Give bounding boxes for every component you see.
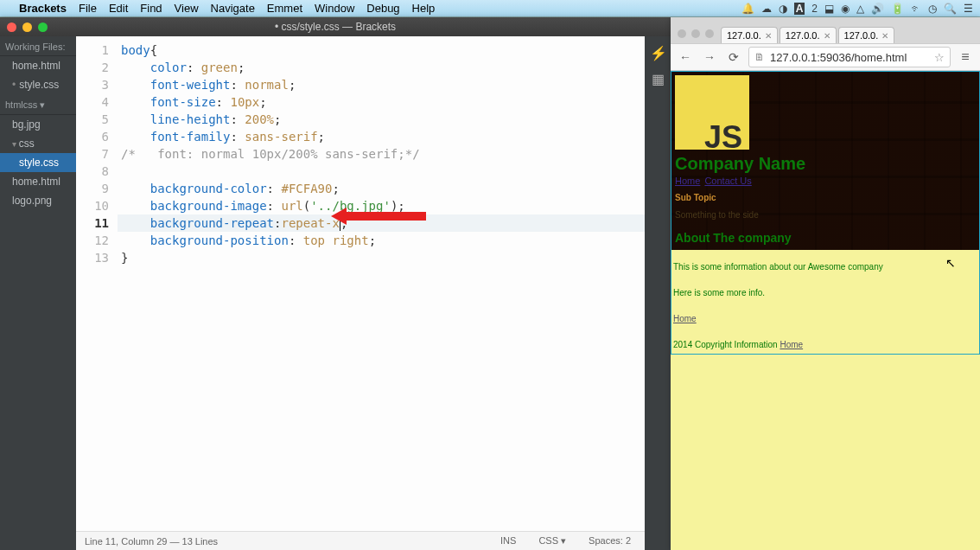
sync-icon[interactable]: ◉ [841,3,850,15]
body-home-link[interactable]: Home [673,314,697,323]
tab-title: 127.0.0. [844,30,879,41]
extensions-icon[interactable]: ▦ [650,71,665,86]
menu-find[interactable]: Find [140,2,162,15]
status-lang[interactable]: CSS ▾ [533,535,571,547]
js-logo: JS [675,75,749,150]
egg-icon[interactable]: ◑ [779,3,787,15]
sidebar: Working Files: home.html style.css htmlc… [0,36,76,550]
tree-home-html[interactable]: home.html [0,172,76,191]
working-file-style[interactable]: style.css [0,75,76,94]
browser-tab-3[interactable]: 127.0.0. ✕ [838,27,895,43]
tree-css-folder[interactable]: css [0,134,76,153]
menu-view[interactable]: View [175,2,199,15]
footer-home-link[interactable]: Home [780,340,803,349]
status-left: Line 11, Column 29 — 13 Lines [85,536,218,547]
code-line[interactable]: background-position: top right; [118,232,645,249]
search-icon[interactable]: 🔍 [944,3,957,15]
working-files-head: Working Files: [0,36,76,56]
dropbox-icon[interactable]: ⬓ [824,3,834,15]
code-line[interactable]: /* font: normal 10px/200% sans-serif;*/ [118,145,645,163]
info-p2: Here is some more info. [673,285,977,302]
adobe-count: 2 [811,3,818,15]
chrome-tabstrip: 127.0.0. ✕ 127.0.0. ✕ 127.0.0. ✕ [671,17,980,43]
menu-navigate[interactable]: Navigate [211,2,255,15]
reload-button[interactable]: ⟳ [724,48,743,67]
chrome-close-button[interactable] [678,29,686,38]
info-p1: This is some information about our Aweso… [673,259,977,276]
zoom-button[interactable] [38,22,48,32]
address-bar[interactable]: 🗎 127.0.0.1:59036/home.html ☆ [748,47,951,67]
bookmark-icon[interactable]: ☆ [934,51,945,64]
code-line[interactable]: color: green; [118,59,645,76]
working-file-home[interactable]: home.html [0,56,76,75]
bell-icon[interactable]: 🔔 [741,3,754,15]
tree-style-css[interactable]: style.css [0,153,76,172]
minimize-button[interactable] [22,22,32,32]
menu-window[interactable]: Window [315,2,354,15]
code-line[interactable]: background-color: #FCFA90; [118,180,645,197]
forward-button[interactable]: → [700,48,719,67]
company-name: Company Name [675,155,976,172]
cloud-icon[interactable]: ☁ [761,3,772,15]
footer: 2014 Copyright Information Home [673,336,977,354]
drive-icon[interactable]: △ [856,3,864,15]
footer-text: 2014 Copyright Information [673,340,780,349]
back-button[interactable]: ← [676,48,695,67]
menubar-status: 🔔 ☁ ◑ A 2 ⬓ ◉ △ 🔊 🔋 ᯤ ◷ 🔍 ☰ [741,3,973,15]
tree-bg[interactable]: bg.jpg [0,115,76,134]
project-head[interactable]: htmlcss ▾ [0,94,76,115]
menu-icon[interactable]: ☰ [964,3,973,15]
code-line[interactable]: body{ [118,42,645,59]
status-bar: Line 11, Column 29 — 13 Lines INS CSS ▾ … [76,531,645,550]
volume-icon[interactable]: 🔊 [871,3,884,15]
close-button[interactable] [7,22,16,32]
browser-tab-1[interactable]: 127.0.0. ✕ [721,27,778,43]
tab-close-icon[interactable]: ✕ [765,31,772,41]
status-ins[interactable]: INS [495,535,521,547]
line-gutter: 12345678910111213 [76,36,118,531]
nav-links: Home Contact Us [675,172,976,189]
tree-logo-png[interactable]: logo.png [0,191,76,210]
code-line[interactable]: font-family: sans-serif; [118,128,645,145]
hero-section: JS Company Name Home Contact Us Sub Topi… [671,72,979,250]
clock-icon[interactable]: ◷ [928,3,937,15]
browser-tab-2[interactable]: 127.0.0. ✕ [780,27,837,43]
code-line[interactable] [118,163,645,180]
status-spaces[interactable]: Spaces: 2 [583,535,636,547]
nav-contact[interactable]: Contact Us [704,176,751,186]
code-line[interactable]: font-weight: normal; [118,76,645,93]
menu-emmet[interactable]: Emmet [267,2,302,15]
menu-debug[interactable]: Debug [366,2,399,15]
live-preview-icon[interactable]: ⚡ [650,45,665,61]
wifi-icon[interactable]: ᯤ [911,3,921,15]
tab-close-icon[interactable]: ✕ [881,31,888,41]
nav-home[interactable]: Home [675,176,700,186]
code-line[interactable]: } [118,249,645,266]
chrome-menu-button[interactable]: ≡ [956,49,975,65]
subnav-title: Sub Topic [675,189,976,207]
menu-file[interactable]: File [79,2,97,15]
code-content[interactable]: body{ color: green; font-weight: normal;… [118,36,645,531]
app-name[interactable]: Brackets [19,2,67,15]
page-body: This is some information about our Aweso… [671,259,979,354]
page-icon: 🗎 [754,51,765,63]
chrome-zoom-button[interactable] [705,29,714,38]
mac-menubar: Brackets File Edit Find View Navigate Em… [0,0,980,17]
brackets-window: • css/style.css — Brackets Working Files… [0,17,671,550]
tab-close-icon[interactable]: ✕ [824,31,830,41]
chrome-minimize-button[interactable] [691,29,700,38]
tab-title: 127.0.0. [786,30,820,41]
battery-icon[interactable]: 🔋 [891,3,904,15]
brackets-titlebar: • css/style.css — Brackets [0,17,671,36]
url-text: 127.0.0.1:59036/home.html [770,51,907,64]
subnav-text: Something to the side [675,207,976,224]
tab-title: 127.0.0. [727,30,761,41]
code-line[interactable]: line-height: 200%; [118,111,645,128]
code-line[interactable]: font-size: 10px; [118,93,645,111]
menu-help[interactable]: Help [412,2,436,15]
about-heading: About The company [675,229,976,246]
code-editor[interactable]: 12345678910111213 body{ color: green; fo… [76,36,645,531]
adobe-icon[interactable]: A [794,3,805,15]
menu-edit[interactable]: Edit [109,2,128,15]
brackets-right-toolbar: ⚡ ▦ [645,36,671,550]
